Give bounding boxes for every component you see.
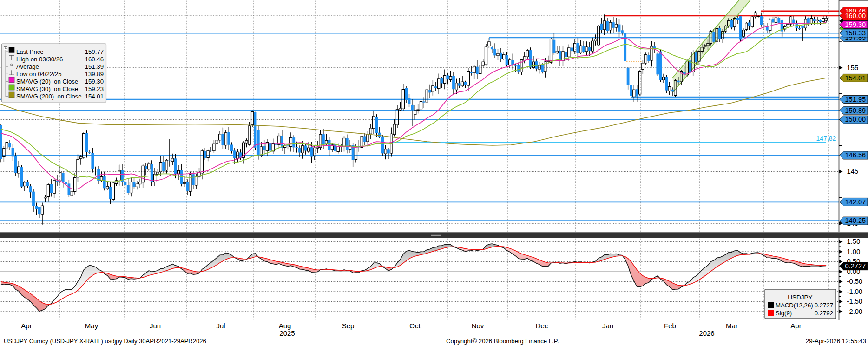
svg-text:Apr: Apr xyxy=(21,322,32,330)
svg-text:151.95: 151.95 xyxy=(845,96,866,103)
svg-text:May: May xyxy=(85,322,99,330)
svg-text:146.56: 146.56 xyxy=(845,151,866,159)
svg-text:-0.50: -0.50 xyxy=(847,278,863,285)
svg-text:0.2792: 0.2792 xyxy=(815,310,833,317)
svg-text:Last Price: Last Price xyxy=(16,48,44,55)
svg-text:158.33: 158.33 xyxy=(845,29,866,37)
svg-text:SMAVG (200) on Close: SMAVG (200) on Close xyxy=(16,93,81,100)
svg-text:Dec: Dec xyxy=(536,322,548,330)
svg-text:1.50: 1.50 xyxy=(847,238,861,245)
svg-text:0.2727: 0.2727 xyxy=(815,302,833,309)
svg-text:SMAVG (20) on Close: SMAVG (20) on Close xyxy=(16,78,78,85)
svg-text:0.2727: 0.2727 xyxy=(845,262,866,270)
svg-text:29-Apr-2026 12:55:43: 29-Apr-2026 12:55:43 xyxy=(806,338,866,345)
svg-text:Oct: Oct xyxy=(409,322,421,330)
svg-text:USDJPY: USDJPY xyxy=(788,294,812,301)
svg-text:159.77: 159.77 xyxy=(85,48,104,55)
svg-text:2025: 2025 xyxy=(279,329,295,337)
svg-text:Sep: Sep xyxy=(342,322,355,330)
svg-text:Feb: Feb xyxy=(664,322,676,330)
svg-text:1.00: 1.00 xyxy=(847,248,861,255)
svg-text:-2.00: -2.00 xyxy=(847,308,863,315)
svg-text:SMAVG (30) on Close: SMAVG (30) on Close xyxy=(16,85,78,92)
svg-text:139.89: 139.89 xyxy=(85,71,104,78)
svg-text:Jan: Jan xyxy=(602,322,613,330)
svg-text:154.01: 154.01 xyxy=(85,93,104,100)
svg-text:Mar: Mar xyxy=(726,322,738,330)
svg-text:Nov: Nov xyxy=(472,322,484,330)
svg-text:Apr: Apr xyxy=(790,322,801,330)
svg-text:160.46: 160.46 xyxy=(85,56,104,63)
svg-text:Aug: Aug xyxy=(279,322,291,330)
svg-text:MACD(12,26): MACD(12,26) xyxy=(776,302,813,309)
svg-text:159.30: 159.30 xyxy=(85,78,104,85)
svg-text:Low on 04/22/25: Low on 04/22/25 xyxy=(16,71,62,78)
svg-text:151.39: 151.39 xyxy=(85,63,104,70)
svg-text:High on 03/30/26: High on 03/30/26 xyxy=(16,56,63,63)
svg-text:150.89: 150.89 xyxy=(845,107,866,114)
svg-text:Copyright© 2026 Bloomberg Fina: Copyright© 2026 Bloomberg Finance L.P. xyxy=(446,338,559,345)
svg-text:Sig(9): Sig(9) xyxy=(776,310,792,317)
svg-text:147.82: 147.82 xyxy=(816,135,836,142)
svg-text:145: 145 xyxy=(847,168,859,175)
svg-text:154.01: 154.01 xyxy=(845,74,866,82)
svg-text:140.25: 140.25 xyxy=(845,217,866,224)
svg-text:2026: 2026 xyxy=(699,329,714,337)
svg-text:160.00: 160.00 xyxy=(845,12,866,20)
svg-text:USDJPY Curncy (USD-JPY X-RATE): USDJPY Curncy (USD-JPY X-RATE) usdjpy Da… xyxy=(4,338,206,345)
svg-text:150.00: 150.00 xyxy=(845,116,866,123)
svg-text:Average: Average xyxy=(16,63,39,70)
svg-text:159.23: 159.23 xyxy=(85,85,104,92)
svg-text:-1.00: -1.00 xyxy=(847,288,863,295)
svg-text:159.30: 159.30 xyxy=(845,21,866,28)
svg-text:Jul: Jul xyxy=(216,322,225,330)
svg-text:155: 155 xyxy=(847,64,859,72)
svg-text:Jun: Jun xyxy=(150,322,161,330)
svg-text:-1.50: -1.50 xyxy=(847,298,863,305)
svg-text:142.07: 142.07 xyxy=(845,198,866,206)
